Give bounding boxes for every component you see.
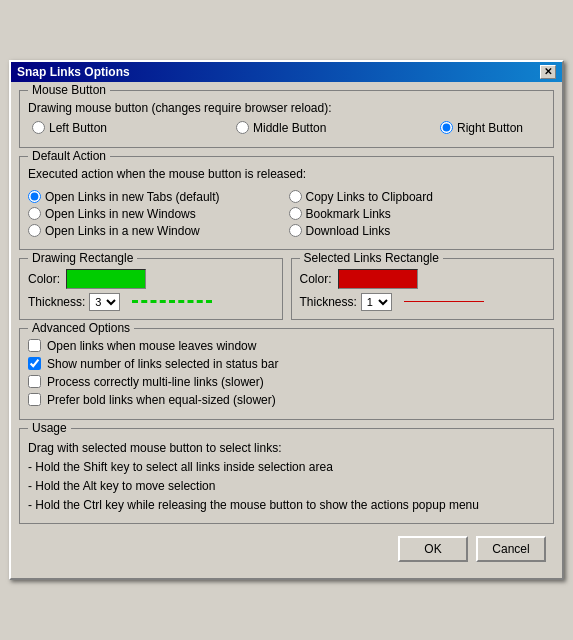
selected-links-legend: Selected Links Rectangle xyxy=(300,251,443,265)
right-button-label: Right Button xyxy=(457,121,523,135)
selected-thickness-row: Thickness: 1 2 3 4 5 xyxy=(300,293,546,311)
left-button-label: Left Button xyxy=(49,121,107,135)
middle-button-radio[interactable] xyxy=(236,121,249,134)
status-bar-checkbox[interactable] xyxy=(28,357,41,370)
selected-thickness-select[interactable]: 1 2 3 4 5 xyxy=(361,293,392,311)
dialog-content: Mouse Button Drawing mouse button (chang… xyxy=(11,82,562,579)
multiline-row: Process correctly multi-line links (slow… xyxy=(28,375,545,389)
drawing-thickness-select[interactable]: 1 2 3 4 5 xyxy=(89,293,120,311)
multiline-checkbox[interactable] xyxy=(28,375,41,388)
title-bar: Snap Links Options ✕ xyxy=(11,62,562,82)
leave-window-checkbox[interactable] xyxy=(28,339,41,352)
usage-line-3: - Hold the Ctrl key while releasing the … xyxy=(28,496,545,515)
default-action-group: Default Action Executed action when the … xyxy=(19,156,554,250)
left-button-option[interactable]: Left Button xyxy=(32,121,232,135)
advanced-options-legend: Advanced Options xyxy=(28,321,134,335)
bold-links-checkbox[interactable] xyxy=(28,393,41,406)
drawing-thickness-row: Thickness: 1 2 3 4 5 xyxy=(28,293,274,311)
drawing-dashed-line xyxy=(132,300,212,303)
bookmark-row: Bookmark Links xyxy=(289,207,546,221)
leave-window-row: Open links when mouse leaves window xyxy=(28,339,545,353)
copy-clipboard-row: Copy Links to Clipboard xyxy=(289,190,546,204)
close-button[interactable]: ✕ xyxy=(540,65,556,79)
multiline-label: Process correctly multi-line links (slow… xyxy=(47,375,264,389)
selected-color-swatch[interactable] xyxy=(338,269,418,289)
snap-links-options-dialog: Snap Links Options ✕ Mouse Button Drawin… xyxy=(9,60,564,581)
left-button-radio[interactable] xyxy=(32,121,45,134)
usage-content: Drag with selected mouse button to selec… xyxy=(28,439,545,516)
status-bar-label: Show number of links selected in status … xyxy=(47,357,278,371)
copy-clipboard-option[interactable]: Copy Links to Clipboard xyxy=(289,190,489,204)
drawing-rectangle-legend: Drawing Rectangle xyxy=(28,251,137,265)
copy-clipboard-radio[interactable] xyxy=(289,190,302,203)
right-button-option[interactable]: Right Button xyxy=(440,121,573,135)
bookmark-label: Bookmark Links xyxy=(306,207,391,221)
selected-solid-line xyxy=(404,301,484,302)
download-option[interactable]: Download Links xyxy=(289,224,489,238)
dialog-title: Snap Links Options xyxy=(17,65,130,79)
selected-color-row: Color: xyxy=(300,269,546,289)
usage-line-0: Drag with selected mouse button to selec… xyxy=(28,439,545,458)
open-windows-option[interactable]: Open Links in new Windows xyxy=(28,207,228,221)
bookmark-radio[interactable] xyxy=(289,207,302,220)
open-tabs-radio[interactable] xyxy=(28,190,41,203)
drawing-color-swatch[interactable] xyxy=(66,269,146,289)
drawing-dash-preview xyxy=(132,300,212,303)
ok-button[interactable]: OK xyxy=(398,536,468,562)
bottom-buttons: OK Cancel xyxy=(19,532,554,570)
default-action-options: Open Links in new Tabs (default) Open Li… xyxy=(28,187,545,241)
drawing-thickness-label: Thickness: xyxy=(28,295,85,309)
middle-button-option[interactable]: Middle Button xyxy=(236,121,436,135)
drawing-color-label: Color: xyxy=(28,272,60,286)
bold-links-row: Prefer bold links when equal-sized (slow… xyxy=(28,393,545,407)
mouse-button-desc: Drawing mouse button (changes require br… xyxy=(28,101,545,115)
open-window-row: Open Links in a new Window xyxy=(28,224,285,238)
mouse-button-content: Drawing mouse button (changes require br… xyxy=(28,101,545,135)
open-tabs-option[interactable]: Open Links in new Tabs (default) xyxy=(28,190,228,204)
selected-thickness-label: Thickness: xyxy=(300,295,357,309)
advanced-options-group: Advanced Options Open links when mouse l… xyxy=(19,328,554,420)
open-tabs-row: Open Links in new Tabs (default) xyxy=(28,190,285,204)
usage-line-1: - Hold the Shift key to select all links… xyxy=(28,458,545,477)
selected-links-content: Color: Thickness: 1 2 3 4 5 xyxy=(300,269,546,311)
rectangle-sections: Drawing Rectangle Color: Thickness: 1 2 … xyxy=(19,258,554,320)
bold-links-label: Prefer bold links when equal-sized (slow… xyxy=(47,393,276,407)
default-action-col2: Copy Links to Clipboard Bookmark Links xyxy=(289,187,546,241)
open-window-option[interactable]: Open Links in a new Window xyxy=(28,224,228,238)
selected-color-label: Color: xyxy=(300,272,332,286)
default-action-content: Executed action when the mouse button is… xyxy=(28,167,545,241)
open-tabs-label: Open Links in new Tabs (default) xyxy=(45,190,220,204)
copy-clipboard-label: Copy Links to Clipboard xyxy=(306,190,433,204)
default-action-legend: Default Action xyxy=(28,149,110,163)
default-action-desc: Executed action when the mouse button is… xyxy=(28,167,545,181)
usage-legend: Usage xyxy=(28,421,71,435)
middle-button-label: Middle Button xyxy=(253,121,326,135)
mouse-button-options: Left Button Middle Button Right Button xyxy=(28,121,545,135)
mouse-button-group: Mouse Button Drawing mouse button (chang… xyxy=(19,90,554,148)
selected-links-rectangle-group: Selected Links Rectangle Color: Thicknes… xyxy=(291,258,555,320)
leave-window-label: Open links when mouse leaves window xyxy=(47,339,256,353)
open-window-label: Open Links in a new Window xyxy=(45,224,200,238)
right-button-radio[interactable] xyxy=(440,121,453,134)
bookmark-option[interactable]: Bookmark Links xyxy=(289,207,489,221)
selected-line-preview xyxy=(404,301,484,302)
open-windows-radio[interactable] xyxy=(28,207,41,220)
drawing-color-row: Color: xyxy=(28,269,274,289)
advanced-options-content: Open links when mouse leaves window Show… xyxy=(28,339,545,407)
open-windows-label: Open Links in new Windows xyxy=(45,207,196,221)
default-action-col1: Open Links in new Tabs (default) Open Li… xyxy=(28,187,285,241)
open-window-radio[interactable] xyxy=(28,224,41,237)
download-row: Download Links xyxy=(289,224,546,238)
download-label: Download Links xyxy=(306,224,391,238)
open-windows-row: Open Links in new Windows xyxy=(28,207,285,221)
download-radio[interactable] xyxy=(289,224,302,237)
cancel-button[interactable]: Cancel xyxy=(476,536,546,562)
mouse-button-legend: Mouse Button xyxy=(28,83,110,97)
drawing-rectangle-content: Color: Thickness: 1 2 3 4 5 xyxy=(28,269,274,311)
drawing-rectangle-group: Drawing Rectangle Color: Thickness: 1 2 … xyxy=(19,258,283,320)
usage-group: Usage Drag with selected mouse button to… xyxy=(19,428,554,525)
status-bar-row: Show number of links selected in status … xyxy=(28,357,545,371)
usage-line-2: - Hold the Alt key to move selection xyxy=(28,477,545,496)
